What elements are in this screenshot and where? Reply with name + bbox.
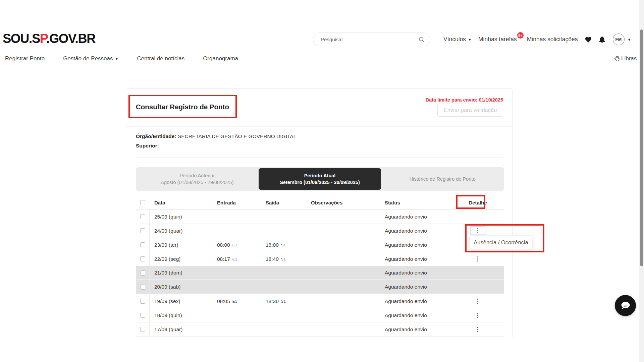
period-tabs: Período Anterior Agosto (01/08/2025 - 29… <box>136 167 504 191</box>
favorites-heart-icon[interactable] <box>585 36 592 43</box>
table-row: 23/09 (ter)08:00E118:00S1Aguardando envi… <box>136 238 504 252</box>
entrada-tag: E1 <box>232 243 237 247</box>
kebab-menu-icon[interactable] <box>475 297 481 305</box>
observacoes-cell <box>298 238 380 252</box>
row-checkbox[interactable] <box>140 214 145 219</box>
date-cell: 20/09 (sab) <box>150 280 212 294</box>
row-checkbox[interactable] <box>140 299 145 304</box>
table-row: 17/09 (quar)Aguardando envio <box>136 322 504 337</box>
checkbox-cell <box>136 252 150 266</box>
nav-gestao-pessoas[interactable]: Gestão de Pessoas▼ <box>63 55 118 62</box>
row-checkbox[interactable] <box>140 256 145 261</box>
deadline-text: Data limite para envio: 01/10/2025 <box>426 97 503 103</box>
saida-cell <box>261 210 298 224</box>
table-header: Data Entrada Saída Observações Status De… <box>136 196 504 210</box>
status-cell: Aguardando envio <box>380 294 452 308</box>
kebab-menu-icon[interactable] <box>475 325 481 334</box>
date-cell: 21/09 (dom) <box>150 266 212 280</box>
saida-time: 18:30 <box>266 298 279 304</box>
superior-label: Superior: <box>136 143 159 148</box>
saida-cell <box>261 266 298 280</box>
vinculos-menu[interactable]: Vínculos▼ <box>443 36 472 43</box>
nav-organograma[interactable]: Organograma <box>203 55 238 62</box>
checkbox-cell <box>136 238 150 252</box>
observacoes-cell <box>298 224 380 238</box>
row-checkbox[interactable] <box>140 327 145 332</box>
checkbox-cell <box>136 294 150 308</box>
kebab-menu-icon[interactable] <box>475 227 481 235</box>
notifications-bell-icon[interactable] <box>599 36 605 43</box>
chat-bubble-icon <box>620 301 631 311</box>
kebab-menu-icon[interactable] <box>475 311 481 319</box>
saida-tag: S1 <box>281 299 286 303</box>
status-cell: Aguardando envio <box>380 280 452 294</box>
status-cell: Aguardando envio <box>380 252 452 266</box>
table-body: 25/09 (quin)Aguardando envio24/09 (quar)… <box>136 210 504 337</box>
detalhe-cell <box>452 280 504 294</box>
checkbox-cell <box>136 266 150 280</box>
col-saida: Saída <box>261 196 298 209</box>
org-info: Órgão/Entidade: SECRETARIA DE GESTÃO E G… <box>136 132 296 150</box>
date-cell: 24/09 (quar) <box>150 224 212 238</box>
checkbox-cell <box>136 210 150 224</box>
main-nav: Registrar Ponto Gestão de Pessoas▼ Centr… <box>5 55 238 62</box>
detalhe-cell <box>452 266 504 280</box>
saida-cell: 18:40S1 <box>261 252 298 266</box>
detalhe-cell <box>452 294 504 308</box>
detalhe-cell <box>452 210 504 224</box>
detalhe-cell <box>452 322 504 336</box>
tab-periodo-atual[interactable]: Período Atual Setembro (01/09/2025 - 30/… <box>259 168 381 190</box>
scrollbar-thumb[interactable] <box>640 29 643 266</box>
row-checkbox[interactable] <box>140 313 145 318</box>
row-checkbox[interactable] <box>140 270 145 276</box>
orgao-label: Órgão/Entidade: <box>136 133 176 139</box>
date-cell: 19/09 (sex) <box>150 294 212 308</box>
entrada-cell <box>212 266 261 280</box>
avatar-chevron-down-icon[interactable]: ▼ <box>628 38 631 42</box>
saida-tag: S1 <box>281 243 286 247</box>
row-checkbox[interactable] <box>140 242 145 247</box>
menu-item-ausencia-ocorrencia[interactable]: Ausência / Ocorrência <box>474 239 528 246</box>
enviar-validacao-button[interactable]: Enviar para validação <box>437 104 503 117</box>
site-logo[interactable]: SOU.SP.GOV.BR <box>3 32 95 46</box>
chevron-down-icon: ▼ <box>468 38 472 42</box>
registro-ponto-card: Consultar Registro de Ponto Data limite … <box>126 88 513 337</box>
entrada-time: 08:17 <box>217 256 230 262</box>
detalhe-cell <box>452 308 504 322</box>
divider <box>136 157 503 158</box>
kebab-menu-icon[interactable] <box>475 255 481 263</box>
minhas-solicitacoes-link[interactable]: Minhas solicitações <box>527 36 578 43</box>
observacoes-cell <box>298 308 380 322</box>
entrada-tag: E1 <box>232 299 237 303</box>
table-row: 21/09 (dom)Aguardando envio <box>136 266 504 280</box>
saida-cell <box>261 280 298 294</box>
date-cell: 25/09 (quin) <box>150 210 212 224</box>
chat-button[interactable] <box>615 295 636 316</box>
header-right: Vínculos▼ Minhas tarefas9+ Minhas solici… <box>443 33 631 46</box>
observacoes-cell <box>298 280 380 294</box>
saida-tag: S1 <box>281 257 286 261</box>
search-icon[interactable] <box>419 37 425 43</box>
minhas-tarefas-link[interactable]: Minhas tarefas9+ <box>478 36 517 43</box>
saida-time: 18:00 <box>266 242 279 248</box>
checkbox-cell <box>136 322 150 336</box>
divider <box>126 126 512 127</box>
nav-central-noticias[interactable]: Central de notícias <box>137 55 184 62</box>
row-checkbox[interactable] <box>140 285 145 290</box>
libras-button[interactable]: Libras <box>614 55 637 62</box>
row-checkbox[interactable] <box>140 228 145 233</box>
tarefas-count-badge: 9+ <box>517 32 524 39</box>
chevron-down-icon: ▼ <box>115 57 119 61</box>
nav-registrar-ponto[interactable]: Registrar Ponto <box>5 55 45 62</box>
table-row: 24/09 (quar)Aguardando envio <box>136 224 504 238</box>
select-all-checkbox[interactable] <box>140 200 145 205</box>
tab-historico[interactable]: Histórico de Registro de Ponto <box>381 167 504 191</box>
user-avatar[interactable]: FM <box>613 34 625 45</box>
status-cell: Aguardando envio <box>380 266 452 280</box>
search-input[interactable] <box>321 37 419 42</box>
tab-periodo-anterior[interactable]: Período Anterior Agosto (01/08/2025 - 29… <box>136 167 259 191</box>
checkbox-cell <box>136 308 150 322</box>
logo-text-p: P <box>40 32 46 46</box>
table-row: 19/09 (sex)08:05E118:30S1Aguardando envi… <box>136 294 504 308</box>
logo-text-sou: SOU. <box>3 32 32 46</box>
